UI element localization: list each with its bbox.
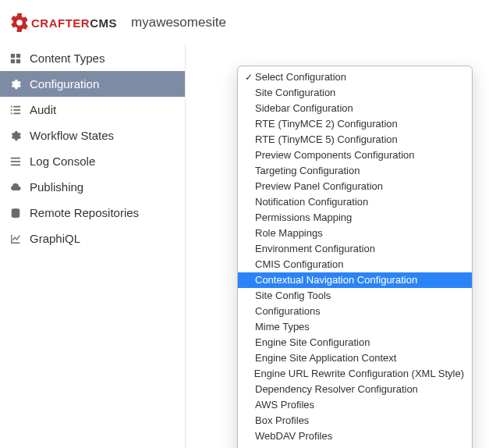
sidebar-item-remote-repositories[interactable]: Remote Repositories [0, 200, 185, 226]
dropdown-item[interactable]: Site Config Tools [238, 288, 472, 304]
main-area: ✓Select ConfigurationSite ConfigurationS… [186, 45, 489, 448]
sidebar-item-publishing[interactable]: Publishing [0, 174, 185, 200]
svg-rect-8 [11, 112, 12, 114]
gear-logo-icon [9, 12, 30, 33]
sidebar-item-label: Audit [30, 103, 56, 116]
dropdown-item-label: Preview Panel Configuration [255, 180, 383, 194]
dropdown-item-label: Role Mappings [255, 226, 323, 240]
dropdown-item-label: RTE (TinyMCE 5) Configuration [255, 133, 398, 147]
sidebar-item-label: GraphiQL [30, 232, 80, 245]
dropdown-item[interactable]: Permissions Mapping [238, 210, 472, 226]
dropdown-item-label: Preview Components Configuration [255, 148, 415, 162]
site-name: myawesomesite [131, 15, 226, 30]
dropdown-item-label: Mime Types [255, 320, 310, 334]
sidebar-item-audit[interactable]: Audit [0, 97, 185, 123]
svg-rect-4 [11, 105, 12, 107]
gear-icon [9, 78, 22, 91]
dropdown-item[interactable]: AWS Profiles [238, 397, 472, 413]
dropdown-item-label: RTE (TinyMCE 2) Configuration [255, 117, 398, 131]
dropdown-item-label: Environment Configuration [255, 242, 375, 256]
sidebar-item-label: Configuration [30, 77, 99, 91]
logo[interactable]: CRAFTERCMS [9, 12, 117, 33]
svg-rect-12 [11, 164, 20, 165]
svg-rect-1 [16, 53, 20, 57]
bars-icon [9, 155, 22, 168]
svg-rect-6 [11, 109, 12, 111]
sidebar-item-label: Log Console [30, 155, 95, 168]
dropdown-item[interactable]: Site Configuration [238, 85, 472, 101]
sidebar-item-label: Content Types [30, 52, 105, 65]
dropdown-item-label: Asset Processing [255, 445, 333, 448]
configuration-dropdown[interactable]: ✓Select ConfigurationSite ConfigurationS… [237, 66, 473, 448]
dropdown-item[interactable]: Role Mappings [238, 226, 472, 241]
svg-rect-10 [11, 157, 20, 158]
dropdown-item-label: Targeting Configuration [255, 164, 360, 178]
list-icon [9, 104, 22, 116]
gear-icon [9, 130, 22, 142]
sidebar-item-label: Publishing [30, 180, 83, 194]
dropdown-item-label: Engine Site Application Context [255, 351, 396, 365]
topbar: CRAFTERCMS myawesomesite [0, 0, 489, 45]
logo-text: CRAFTERCMS [31, 16, 117, 30]
dropdown-item[interactable]: RTE (TinyMCE 5) Configuration [238, 132, 472, 148]
dropdown-item[interactable]: Sidebar Configuration [238, 101, 472, 116]
svg-rect-7 [13, 109, 20, 111]
db-icon [9, 207, 22, 219]
dropdown-item[interactable]: Environment Configuration [238, 241, 472, 257]
svg-rect-3 [16, 59, 20, 62]
dropdown-item-label: AWS Profiles [255, 398, 314, 412]
svg-rect-0 [11, 53, 15, 57]
dropdown-item[interactable]: Box Profiles [238, 413, 472, 428]
dropdown-item[interactable]: RTE (TinyMCE 2) Configuration [238, 116, 472, 132]
dropdown-item[interactable]: Preview Panel Configuration [238, 179, 472, 194]
dropdown-item[interactable]: Asset Processing [238, 444, 472, 448]
grid-icon [9, 52, 22, 65]
svg-rect-9 [13, 112, 20, 114]
cloud-icon [9, 181, 22, 194]
dropdown-item[interactable]: Engine URL Rewrite Configuration (XML St… [238, 366, 472, 382]
dropdown-item-label: Site Config Tools [255, 289, 331, 303]
dropdown-item-label: Engine URL Rewrite Configuration (XML St… [254, 367, 464, 381]
dropdown-item-label: Sidebar Configuration [255, 101, 353, 116]
dropdown-item[interactable]: WebDAV Profiles [238, 428, 472, 444]
dropdown-item-label: Permissions Mapping [255, 211, 352, 225]
sidebar-item-configuration[interactable]: Configuration [0, 71, 185, 97]
sidebar-item-graphiql[interactable]: GraphiQL [0, 226, 185, 251]
dropdown-item-label: Box Profiles [255, 414, 309, 428]
sidebar: Content TypesConfigurationAuditWorkflow … [0, 45, 186, 448]
dropdown-item[interactable]: CMIS Configuration [238, 257, 472, 272]
dropdown-item[interactable]: Engine Site Application Context [238, 350, 472, 366]
sidebar-item-label: Workflow States [30, 129, 114, 142]
dropdown-item[interactable]: Mime Types [238, 319, 472, 335]
dropdown-item[interactable]: ✓Select Configuration [238, 69, 472, 85]
svg-rect-11 [11, 161, 20, 162]
dropdown-item-label: Contextual Navigation Configuration [255, 273, 417, 287]
dropdown-item[interactable]: Notification Configuration [238, 194, 472, 210]
dropdown-item[interactable]: Targeting Configuration [238, 163, 472, 179]
dropdown-item[interactable]: Engine Site Configuration [238, 335, 472, 350]
dropdown-item[interactable]: Dependency Resolver Configuration [238, 382, 472, 397]
dropdown-item[interactable]: Configurations [238, 304, 472, 319]
dropdown-item-label: CMIS Configuration [255, 258, 343, 272]
dropdown-item[interactable]: Preview Components Configuration [238, 148, 472, 163]
dropdown-item[interactable]: Contextual Navigation Configuration [238, 272, 472, 288]
dropdown-item-label: Select Configuration [255, 70, 346, 84]
svg-rect-2 [11, 59, 15, 62]
dropdown-item-label: Site Configuration [255, 86, 335, 100]
dropdown-item-label: Configurations [255, 304, 321, 318]
dropdown-item-label: Notification Configuration [255, 195, 368, 209]
sidebar-item-label: Remote Repositories [30, 206, 139, 219]
dropdown-item-label: Dependency Resolver Configuration [255, 382, 418, 396]
sidebar-item-workflow-states[interactable]: Workflow States [0, 123, 185, 148]
check-icon: ✓ [243, 70, 255, 84]
chart-icon [9, 233, 22, 245]
dropdown-item-label: WebDAV Profiles [255, 429, 332, 443]
sidebar-item-log-console[interactable]: Log Console [0, 148, 185, 174]
svg-rect-5 [13, 105, 20, 107]
dropdown-item-label: Engine Site Configuration [255, 336, 370, 350]
sidebar-item-content-types[interactable]: Content Types [0, 45, 185, 71]
